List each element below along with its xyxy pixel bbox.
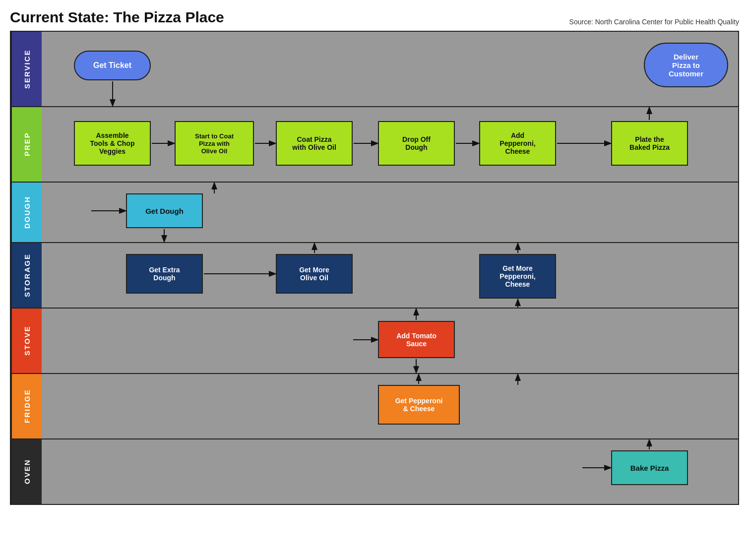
lane-oven-row: OVEN Bake Pizza bbox=[11, 439, 738, 504]
page-title: Current State: The Pizza Place bbox=[10, 9, 224, 26]
node-plate-pizza: Plate the Baked Pizza bbox=[611, 121, 688, 166]
node-bake-pizza: Bake Pizza bbox=[611, 450, 688, 485]
node-start-coat: Start to Coat Pizza with Olive Oil bbox=[175, 121, 254, 166]
node-get-pepperoni-cheese: Get Pepperoni & Cheese bbox=[378, 385, 460, 425]
node-get-dough: Get Dough bbox=[126, 193, 203, 228]
lane-service-row: SERVICE Get Ticket Deliver Pizza to Cust… bbox=[11, 32, 738, 107]
lane-fridge-row: FRIDGE Get Pepperoni & Cheese bbox=[11, 374, 738, 439]
node-add-tomato-sauce: Add Tomato Sauce bbox=[378, 321, 455, 358]
lane-prep-content: Assemble Tools & Chop Veggies Start to C… bbox=[42, 107, 738, 182]
page: Current State: The Pizza Place Source: N… bbox=[0, 0, 749, 515]
lane-stove-content: Add Tomato Sauce bbox=[42, 309, 738, 373]
node-add-pepperoni: Add Pepperoni, Cheese bbox=[479, 121, 556, 166]
lane-service-label: SERVICE bbox=[11, 32, 42, 106]
lane-prep-row: PREP Assemble Tools & Chop Veggies Start… bbox=[11, 107, 738, 183]
lane-fridge-content: Get Pepperoni & Cheese bbox=[42, 374, 738, 438]
lane-oven-content: Bake Pizza bbox=[42, 439, 738, 504]
node-coat-pizza: Coat Pizza with Olive Oil bbox=[276, 121, 353, 166]
node-deliver-pizza: Deliver Pizza to Customer bbox=[644, 43, 728, 87]
node-assemble-tools: Assemble Tools & Chop Veggies bbox=[74, 121, 151, 166]
lane-fridge-label: FRIDGE bbox=[11, 374, 42, 438]
lane-storage-row: STORAGE Get Extra Dough Get More Olive O… bbox=[11, 243, 738, 309]
node-get-ticket: Get Ticket bbox=[74, 51, 151, 80]
node-drop-off-dough: Drop Off Dough bbox=[378, 121, 455, 166]
node-get-extra-dough: Get Extra Dough bbox=[126, 254, 203, 294]
lane-dough-row: DOUGH Get Dough bbox=[11, 183, 738, 243]
lane-stove-label: STOVE bbox=[11, 309, 42, 373]
lane-storage-content: Get Extra Dough Get More Olive Oil Get M… bbox=[42, 243, 738, 308]
source-credit: Source: North Carolina Center for Public… bbox=[569, 18, 739, 26]
lane-service-content: Get Ticket Deliver Pizza to Customer bbox=[42, 32, 738, 106]
lane-prep-label: PREP bbox=[11, 107, 42, 182]
lane-stove-row: STOVE Add Tomato Sauce bbox=[11, 309, 738, 374]
node-get-more-olive-oil: Get More Olive Oil bbox=[276, 254, 353, 294]
header: Current State: The Pizza Place Source: N… bbox=[10, 9, 739, 26]
swim-lane-diagram: SERVICE Get Ticket Deliver Pizza to Cust… bbox=[10, 31, 739, 505]
lane-storage-label: STORAGE bbox=[11, 243, 42, 308]
node-get-more-pepperoni: Get More Pepperoni, Cheese bbox=[479, 254, 556, 299]
lane-dough-label: DOUGH bbox=[11, 183, 42, 242]
lane-dough-content: Get Dough bbox=[42, 183, 738, 242]
lane-oven-label: OVEN bbox=[11, 439, 42, 504]
